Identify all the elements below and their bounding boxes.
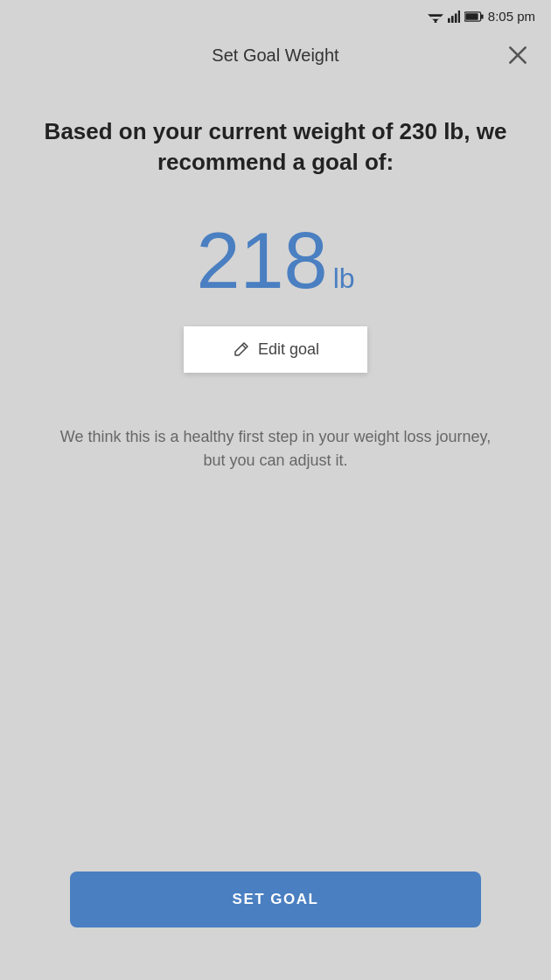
edit-icon [232,341,249,359]
bottom-section: SET GOAL [0,872,551,928]
signal-icon [448,10,460,23]
wifi-icon [428,10,443,23]
recommendation-text: Based on your current weight of 230 lb, … [35,116,516,178]
goal-unit: lb [333,262,355,295]
goal-number: 218 [196,221,327,300]
svg-rect-7 [458,10,460,23]
page-title: Set Goal Weight [49,46,502,66]
status-icons: 8:05 pm [428,9,535,24]
set-goal-button[interactable]: SET GOAL [70,872,481,928]
main-content: Based on your current weight of 230 lb, … [0,81,551,472]
svg-rect-10 [465,13,478,20]
svg-rect-9 [481,14,484,18]
status-bar: 8:05 pm [0,0,551,29]
close-button[interactable] [502,39,534,71]
goal-display: 218 lb [196,221,354,300]
battery-icon [464,11,484,22]
svg-rect-4 [448,18,450,22]
svg-rect-6 [455,13,457,23]
close-icon [506,44,529,66]
svg-line-13 [242,345,246,348]
edit-goal-label: Edit goal [258,340,319,359]
svg-rect-5 [451,16,454,23]
description-text: We think this is a healthy first step in… [35,425,516,472]
status-time: 8:05 pm [488,9,535,24]
edit-goal-button[interactable]: Edit goal [184,326,367,373]
header-bar: Set Goal Weight [0,29,551,81]
